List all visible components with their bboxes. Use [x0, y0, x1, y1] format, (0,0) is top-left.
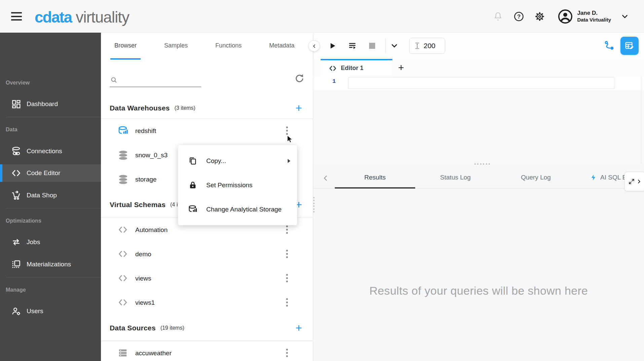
notifications-bell-icon[interactable]: [492, 11, 504, 22]
top-bar: cdata virtuality ?: [0, 0, 644, 33]
data-lineage-button[interactable]: [604, 40, 616, 52]
group-title: Virtual Schemas: [110, 201, 166, 209]
tab-query-log[interactable]: Query Log: [496, 168, 576, 189]
user-avatar[interactable]: [558, 9, 573, 24]
stop-query-button[interactable]: [369, 43, 375, 49]
add-data-source-button[interactable]: +: [293, 322, 305, 334]
database-icon: [118, 174, 129, 185]
lightning-bolt-icon: [590, 173, 597, 182]
tab-label: AI SQL E: [600, 174, 627, 181]
group-count: (3 items): [174, 105, 195, 111]
settings-gear-icon[interactable]: [534, 11, 545, 22]
group-header-data-warehouses: Data Warehouses (3 items) +: [101, 98, 313, 119]
group-title: Data Warehouses: [110, 104, 170, 112]
sidebar-item-code-editor[interactable]: Code Editor: [0, 164, 101, 182]
item-menu-kebab-icon[interactable]: [281, 273, 293, 284]
tab-browser[interactable]: Browser: [110, 33, 141, 60]
vertical-splitter-handle[interactable]: [313, 197, 315, 212]
code-area[interactable]: 1: [313, 76, 644, 164]
sidebar-divider: [6, 117, 101, 117]
editor-tabbar: Editor 1 +: [313, 59, 644, 76]
tree-item-redshift[interactable]: redshift: [101, 119, 313, 143]
group-count: (19 items): [160, 325, 184, 331]
tabs-scroll-left-chevron-icon[interactable]: [320, 172, 331, 184]
menu-item-set-permissions[interactable]: Set Permissions: [178, 173, 297, 197]
code-icon: [118, 249, 129, 260]
submenu-arrow-icon: [288, 159, 290, 163]
tab-functions[interactable]: Functions: [211, 33, 246, 60]
row-limit-icon: [414, 42, 421, 50]
tab-samples[interactable]: Samples: [160, 33, 192, 60]
tree-item-label: views1: [135, 299, 155, 306]
menu-item-label: Copy...: [206, 157, 226, 165]
analytical-storage-icon: [188, 205, 198, 214]
item-menu-kebab-icon[interactable]: [281, 297, 293, 308]
group-title: Data Sources: [110, 324, 156, 332]
sidebar-item-users[interactable]: Users: [0, 302, 101, 320]
editor-toolbar: [313, 33, 644, 59]
sidebar-item-data-shop[interactable]: Data Shop: [0, 187, 101, 204]
play-icon: [328, 41, 337, 50]
sidebar-section-data: Data: [6, 127, 17, 133]
topbar-actions: ?: [492, 0, 644, 33]
sidebar-item-dashboard[interactable]: Dashboard: [0, 95, 101, 113]
sidebar-item-jobs[interactable]: Jobs: [0, 233, 101, 251]
code-line-row: 1: [313, 76, 644, 90]
item-menu-kebab-icon[interactable]: [281, 125, 293, 137]
tab-metadata[interactable]: Metadata: [265, 33, 298, 60]
tree-item-views[interactable]: views: [101, 266, 313, 291]
item-context-menu: Copy... Set Permissions: [178, 145, 297, 225]
sidebar-item-label: Data Shop: [27, 192, 57, 199]
item-menu-kebab-icon[interactable]: [281, 249, 293, 260]
line-number: 1: [313, 78, 336, 85]
row-limit-control[interactable]: [409, 38, 445, 54]
code-line-input[interactable]: [348, 77, 614, 89]
user-menu-chevron-down-icon[interactable]: [619, 11, 631, 22]
sidebar-item-connections[interactable]: Connections: [0, 142, 101, 160]
analytical-storage-icon: [118, 126, 129, 136]
tree-item-label: Automation: [135, 226, 168, 234]
cart-icon: [11, 190, 21, 200]
tree-item-accuweather[interactable]: accuweather: [101, 341, 313, 361]
sidebar-section-optimizations: Optimizations: [6, 218, 41, 224]
menu-item-copy[interactable]: Copy...: [178, 149, 297, 173]
user-info[interactable]: Jane D. Data Virtuality: [577, 10, 611, 23]
run-query-button[interactable]: [328, 41, 337, 50]
menu-item-change-analytical-storage[interactable]: Change Analytical Storage: [178, 197, 297, 222]
horizontal-splitter-handle[interactable]: [474, 163, 490, 165]
tab-results[interactable]: Results: [335, 168, 415, 189]
svg-text:?: ?: [517, 13, 521, 20]
row-limit-input[interactable]: [424, 42, 442, 50]
sidebar-divider: [6, 277, 101, 277]
table-edit-icon: [624, 41, 635, 51]
sidebar-section-manage: Manage: [6, 287, 26, 293]
sidebar-item-materializations[interactable]: Materializations: [0, 256, 101, 273]
tree-item-label: snow_0_s3: [135, 152, 168, 159]
editor-scrollbar[interactable]: [641, 76, 641, 164]
item-menu-kebab-icon[interactable]: [281, 224, 293, 236]
help-icon[interactable]: ?: [513, 11, 525, 22]
add-data-warehouse-button[interactable]: +: [293, 102, 305, 114]
tab-status-log[interactable]: Status Log: [415, 168, 496, 189]
tab-editor-1[interactable]: Editor 1: [321, 59, 392, 76]
sidebar-item-label: Code Editor: [27, 169, 60, 177]
lock-icon: [188, 180, 198, 190]
server-icon: [118, 348, 129, 359]
sql-editor-panel: Editor 1 + 1: [313, 33, 644, 164]
collapse-browser-panel-button[interactable]: [309, 40, 320, 52]
sidebar-item-label: Users: [27, 307, 43, 315]
tree-item-views1[interactable]: views1: [101, 291, 313, 315]
run-options-chevron-down-icon[interactable]: [390, 41, 399, 51]
logo-cdata-text: cdata: [35, 8, 72, 26]
visual-query-editor-button[interactable]: [620, 37, 639, 55]
run-all-button[interactable]: [348, 41, 357, 51]
hamburger-menu-icon[interactable]: [11, 12, 22, 21]
add-editor-tab-button[interactable]: +: [392, 59, 410, 76]
tree-item-label: accuweather: [135, 350, 172, 357]
lineage-icon: [604, 40, 616, 52]
tree-item-demo[interactable]: demo: [101, 242, 313, 266]
users-icon: [11, 306, 21, 316]
item-menu-kebab-icon[interactable]: [281, 348, 293, 359]
code-icon: [329, 64, 337, 72]
expand-results-button[interactable]: [624, 172, 644, 191]
